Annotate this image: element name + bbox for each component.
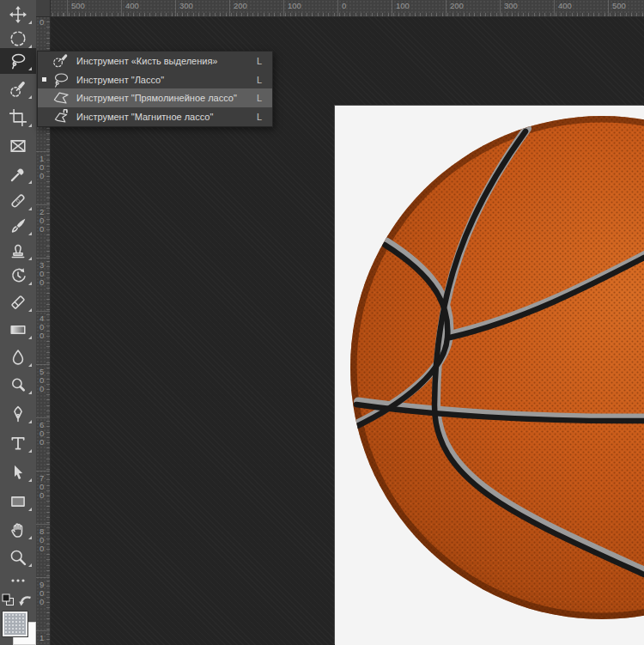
tool-crop[interactable] (0, 105, 36, 131)
menu-item-selection-brush[interactable]: Инструмент «Кисть выделения» L (38, 52, 272, 70)
default-colors-icon[interactable] (2, 593, 15, 606)
ruler-label: 0 (342, 1, 346, 10)
tool-brush[interactable] (0, 213, 36, 239)
ruler-label: 500 (71, 1, 85, 10)
tool-path-select[interactable] (0, 459, 36, 485)
ruler-label: 500 (612, 1, 626, 10)
ruler-label: 200 (450, 1, 464, 10)
polygonal-lasso-icon (51, 88, 71, 107)
menu-item-magnetic-lasso[interactable]: Инструмент "Магнитное лассо" L (38, 107, 272, 126)
ruler-label: 800 (39, 527, 46, 553)
ruler-label: 200 (39, 208, 46, 234)
current-tool-bullet (42, 77, 46, 82)
menu-item-shortcut: L (257, 56, 262, 66)
tool-hand[interactable] (0, 517, 36, 543)
tool-zoom[interactable] (0, 545, 36, 570)
ruler-label: 300 (39, 261, 46, 287)
ruler-label: 100 (396, 1, 410, 10)
tool-rectangle[interactable] (0, 489, 36, 514)
tool-move[interactable] (0, 2, 36, 27)
ruler-label: 400 (125, 1, 139, 10)
menu-item-label: Инструмент "Лассо" (76, 75, 164, 85)
ruler-corner (36, 0, 51, 17)
tool-frame[interactable] (0, 133, 36, 159)
ruler-label: 600 (39, 421, 46, 447)
basketball-image (335, 106, 644, 645)
ruler-label: 500 (39, 368, 46, 393)
menu-item-polygonal-lasso[interactable]: Инструмент "Прямолинейное лассо" L (38, 88, 272, 107)
tool-eraser[interactable] (0, 289, 36, 315)
ruler-label: 100 (39, 155, 46, 180)
tool-quick-selection[interactable] (0, 76, 36, 102)
menu-item-label: Инструмент "Прямолинейное лассо" (76, 93, 237, 103)
foreground-color-swatch[interactable] (3, 612, 27, 636)
ruler-label: 900 (39, 581, 46, 606)
menu-item-lasso[interactable]: Инструмент "Лассо" L (38, 70, 272, 89)
tool-clone-stamp[interactable] (0, 238, 36, 264)
document-canvas[interactable] (335, 106, 644, 645)
tool-eyedropper[interactable] (0, 161, 36, 187)
toolbar (0, 0, 36, 645)
menu-item-shortcut: L (257, 112, 262, 122)
tool-spot-healing[interactable] (0, 188, 36, 214)
photo-editor-window: 500 400 300 200 100 0 100 200 300 400 50… (0, 0, 644, 645)
tool-history-brush[interactable] (0, 263, 36, 289)
magnetic-lasso-icon (51, 107, 71, 126)
ruler-label: 0 (39, 18, 46, 27)
swap-colors-icon[interactable] (18, 593, 33, 606)
ruler-label: 300 (179, 1, 193, 10)
ruler-horizontal[interactable]: 500 400 300 200 100 0 100 200 300 400 50… (36, 0, 644, 17)
tool-blur[interactable] (0, 344, 36, 370)
tool-pen[interactable] (0, 401, 36, 427)
ruler-label: 100 (288, 1, 301, 10)
menu-item-label: Инструмент "Магнитное лассо" (76, 112, 213, 122)
menu-item-label: Инструмент «Кисть выделения» (76, 56, 217, 66)
lasso-icon (51, 70, 71, 89)
lasso-flyout-menu: Инструмент «Кисть выделения» L Инструмен… (37, 51, 273, 127)
menu-item-shortcut: L (257, 93, 262, 103)
more-tools-button[interactable] (0, 568, 36, 593)
ruler-label: 300 (504, 1, 518, 10)
tool-type[interactable] (0, 430, 36, 456)
color-swatches (0, 591, 36, 645)
ruler-label: 400 (39, 314, 46, 340)
menu-item-shortcut: L (257, 75, 262, 85)
tool-gradient[interactable] (0, 317, 36, 343)
tool-dodge[interactable] (0, 372, 36, 398)
selection-brush-icon (51, 52, 71, 70)
ruler-label: 200 (234, 1, 247, 10)
ruler-label: 700 (39, 474, 46, 500)
ruler-label: 1 (39, 634, 46, 642)
tool-lasso[interactable] (0, 48, 36, 74)
ruler-label: 400 (558, 1, 572, 10)
